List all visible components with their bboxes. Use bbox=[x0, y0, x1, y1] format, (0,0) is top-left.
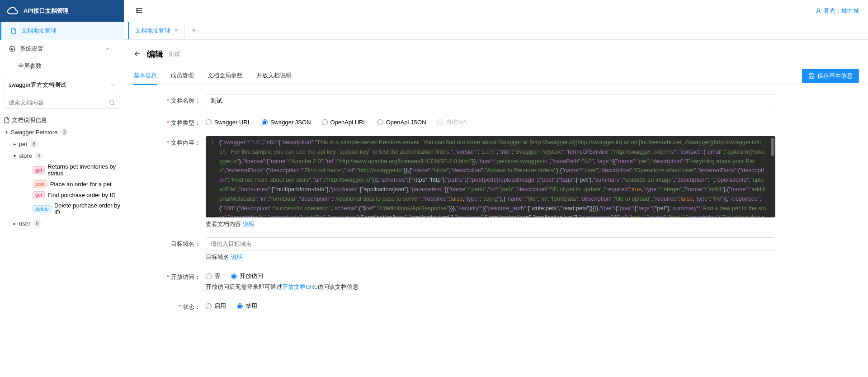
caret-down-icon: ▾ bbox=[4, 130, 9, 135]
radio-swagger-json[interactable]: Swagger JSON bbox=[262, 119, 311, 126]
endpoint-label: Place an order for a pet bbox=[50, 181, 112, 188]
code-body[interactable]: {"swagger":"2.0","info":{"description":"… bbox=[219, 138, 775, 217]
tree-doc-info[interactable]: 文档说明信息 bbox=[4, 114, 120, 126]
access-help-link[interactable]: 开放文档URL bbox=[282, 283, 317, 290]
method-badge: delete bbox=[33, 205, 52, 212]
chevron-up-icon bbox=[105, 46, 110, 52]
app-title-bar: API接口文档管理 bbox=[0, 0, 124, 22]
label-doc-type: *文档类型： bbox=[151, 116, 206, 127]
svg-line-2 bbox=[113, 104, 115, 105]
tab-basic-info[interactable]: 基本信息 bbox=[133, 67, 157, 85]
endpoint-label: Delete purchase order by ID bbox=[54, 202, 120, 216]
method-badge: get bbox=[33, 166, 45, 174]
save-button[interactable]: 保存基本信息 bbox=[802, 69, 859, 83]
count-badge: 8 bbox=[33, 219, 41, 227]
radio-swagger-url[interactable]: Swagger URL bbox=[206, 119, 251, 126]
tabs-row: 文档地址管理 ✕ + bbox=[124, 22, 868, 40]
app-title: API接口文档管理 bbox=[24, 7, 69, 15]
save-icon bbox=[808, 73, 815, 79]
nav-global-params[interactable]: 全局参数 bbox=[9, 58, 124, 74]
topbar: 暮光： 城中城 bbox=[124, 0, 868, 22]
tab-global-params[interactable]: 文档全局参数 bbox=[208, 67, 243, 85]
arrow-left-icon bbox=[133, 50, 142, 58]
svg-point-0 bbox=[11, 48, 13, 50]
count-badge: 4 bbox=[35, 151, 43, 160]
label-target-domain: 目标域名： bbox=[151, 237, 206, 248]
search-icon bbox=[109, 99, 115, 106]
tree-root[interactable]: ▾ Swagger Petstore 3 bbox=[4, 126, 120, 138]
file-icon bbox=[4, 117, 10, 123]
document-icon bbox=[10, 28, 17, 34]
endpoint-label: Returns pet inventories by status bbox=[47, 163, 120, 177]
radio-custom-api: 自建API bbox=[437, 118, 467, 126]
tree-node-store[interactable]: ▾ store 4 bbox=[12, 150, 120, 161]
page-title: 编辑 bbox=[147, 49, 163, 60]
tab-open-doc[interactable]: 开放文档说明 bbox=[256, 67, 292, 85]
content-help: 查看文档内容 说明 bbox=[206, 220, 775, 228]
tab-members[interactable]: 成员管理 bbox=[170, 67, 194, 85]
radio-status-disable[interactable]: 禁用 bbox=[237, 302, 257, 310]
chevron-down-icon bbox=[110, 82, 115, 88]
collapse-sidebar-button[interactable] bbox=[133, 5, 145, 18]
tree-node-pet[interactable]: ▸ pet 8 bbox=[12, 138, 120, 150]
gear-icon bbox=[9, 46, 15, 52]
nav-system-settings[interactable]: 系统设置 bbox=[0, 40, 124, 58]
method-badge: get bbox=[33, 191, 45, 198]
label-open-access: *开放访问： bbox=[151, 270, 206, 281]
count-badge: 8 bbox=[30, 140, 38, 148]
caret-right-icon: ▸ bbox=[12, 221, 17, 226]
user-menu[interactable]: 暮光： 城中城 bbox=[816, 7, 859, 15]
add-tab-button[interactable]: + bbox=[185, 22, 203, 39]
close-icon[interactable]: ✕ bbox=[174, 28, 178, 33]
domain-help: 目标域名 说明 bbox=[206, 253, 775, 261]
endpoint-label: Find purchase order by ID bbox=[47, 192, 115, 198]
label-status: *状态： bbox=[151, 300, 206, 311]
method-badge: post bbox=[33, 180, 47, 188]
endpoint-item[interactable]: getFind purchase order by ID bbox=[20, 189, 120, 200]
search-input-wrapper bbox=[4, 96, 120, 109]
tab-doc-address-mgmt[interactable]: 文档地址管理 ✕ bbox=[128, 22, 185, 39]
tree-node-user[interactable]: ▸ user 8 bbox=[12, 217, 120, 229]
caret-down-icon: ▾ bbox=[12, 153, 17, 158]
line-number: 1 bbox=[206, 138, 219, 217]
caret-right-icon: ▸ bbox=[12, 141, 17, 146]
endpoint-item[interactable]: getReturns pet inventories by status bbox=[20, 161, 120, 179]
code-editor[interactable]: 1 {"swagger":"2.0","info":{"description"… bbox=[206, 136, 775, 217]
content-help-link[interactable]: 说明 bbox=[243, 221, 255, 227]
back-button[interactable] bbox=[133, 50, 142, 59]
radio-status-enable[interactable]: 启用 bbox=[206, 302, 226, 310]
endpoint-item[interactable]: deleteDelete purchase order by ID bbox=[20, 200, 120, 217]
count-badge: 3 bbox=[60, 128, 68, 136]
radio-openapi-url[interactable]: OpenApi URL bbox=[322, 119, 367, 126]
page-subtitle: 测试 bbox=[169, 50, 180, 58]
target-domain-input[interactable] bbox=[206, 237, 775, 250]
radio-access-open[interactable]: 开放访问 bbox=[231, 272, 263, 280]
doc-name-input[interactable] bbox=[206, 94, 775, 107]
user-icon bbox=[816, 8, 822, 14]
sidebar: API接口文档管理 文档地址管理 系统设置 全局参数 swagger官方文档测试 bbox=[0, 0, 124, 377]
radio-openapi-json[interactable]: OpenApi JSON bbox=[377, 119, 426, 126]
label-doc-content: *文档内容： bbox=[151, 136, 206, 147]
main-area: 暮光： 城中城 文档地址管理 ✕ + 编辑 测试 基本信息 成 bbox=[124, 0, 868, 377]
svg-point-6 bbox=[818, 9, 820, 11]
cloud-icon bbox=[7, 5, 19, 17]
radio-access-no[interactable]: 否 bbox=[206, 272, 220, 280]
menu-collapse-icon bbox=[135, 6, 143, 14]
domain-help-link[interactable]: 说明 bbox=[231, 254, 243, 260]
nav-doc-address-mgmt[interactable]: 文档地址管理 bbox=[0, 22, 124, 40]
doc-selector[interactable]: swagger官方文档测试 bbox=[4, 78, 120, 92]
svg-point-1 bbox=[110, 100, 114, 104]
label-doc-name: *文档名称： bbox=[151, 94, 206, 105]
scrollbar[interactable] bbox=[771, 138, 774, 156]
endpoint-item[interactable]: postPlace an order for a pet bbox=[20, 179, 120, 189]
search-input[interactable] bbox=[9, 99, 109, 106]
access-help: 开放访问后无需登录即可通过开放文档URL访问该文档信息 bbox=[206, 283, 775, 291]
